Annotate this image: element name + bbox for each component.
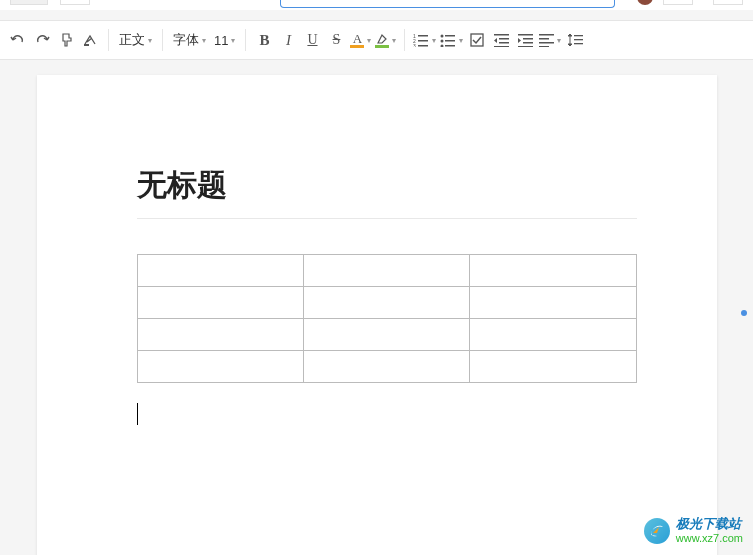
table-row[interactable] bbox=[137, 351, 636, 383]
svg-rect-22 bbox=[539, 34, 554, 36]
watermark: 极光下载站 www.xz7.com bbox=[644, 516, 743, 545]
text-cursor bbox=[137, 403, 138, 425]
paragraph-style-label: 正文 bbox=[119, 31, 145, 49]
table-cell[interactable] bbox=[470, 351, 636, 383]
underline-button[interactable]: U bbox=[300, 26, 324, 54]
chevron-down-icon: ▾ bbox=[459, 36, 463, 45]
chevron-down-icon: ▾ bbox=[148, 36, 152, 45]
table-cell[interactable] bbox=[303, 287, 469, 319]
svg-rect-27 bbox=[574, 39, 583, 40]
strikethrough-button[interactable]: S bbox=[324, 26, 348, 54]
unordered-list-button[interactable]: ▾ bbox=[438, 26, 465, 54]
indent-button[interactable] bbox=[513, 26, 537, 54]
table-row[interactable] bbox=[137, 287, 636, 319]
chevron-down-icon: ▾ bbox=[432, 36, 436, 45]
watermark-text: 极光下载站 www.xz7.com bbox=[676, 516, 743, 545]
svg-rect-6 bbox=[418, 45, 428, 47]
svg-rect-12 bbox=[445, 45, 455, 47]
clear-format-button[interactable] bbox=[78, 26, 102, 54]
table-cell[interactable] bbox=[303, 255, 469, 287]
table-cell[interactable] bbox=[137, 287, 303, 319]
outdent-button[interactable] bbox=[489, 26, 513, 54]
svg-rect-17 bbox=[494, 46, 509, 47]
highlight-color-button[interactable]: ▾ bbox=[373, 26, 398, 54]
svg-rect-24 bbox=[539, 42, 554, 44]
ordered-list-button[interactable]: 123 ▾ bbox=[411, 26, 438, 54]
italic-button[interactable]: I bbox=[276, 26, 300, 54]
header-button-left[interactable] bbox=[10, 0, 48, 5]
table-row[interactable] bbox=[137, 255, 636, 287]
svg-rect-28 bbox=[574, 43, 583, 44]
search-input[interactable] bbox=[280, 0, 615, 8]
chevron-down-icon: ▾ bbox=[367, 36, 371, 45]
table-cell[interactable] bbox=[137, 255, 303, 287]
redo-button[interactable] bbox=[30, 26, 54, 54]
font-color-button[interactable]: A ▾ bbox=[348, 26, 373, 54]
font-family-label: 字体 bbox=[173, 31, 199, 49]
svg-point-11 bbox=[441, 45, 444, 48]
header-button-left2[interactable] bbox=[60, 0, 90, 5]
document-title[interactable]: 无标题 bbox=[137, 165, 637, 219]
side-indicator-dot[interactable] bbox=[741, 310, 747, 316]
table-row[interactable] bbox=[137, 319, 636, 351]
font-family-select[interactable]: 字体 ▾ bbox=[169, 26, 210, 54]
svg-rect-4 bbox=[418, 40, 428, 42]
table-cell[interactable] bbox=[470, 255, 636, 287]
svg-rect-10 bbox=[445, 40, 455, 42]
svg-rect-23 bbox=[539, 38, 549, 40]
table-cell[interactable] bbox=[303, 319, 469, 351]
toolbar-separator bbox=[108, 29, 109, 51]
table-cell[interactable] bbox=[470, 319, 636, 351]
svg-rect-16 bbox=[499, 42, 509, 44]
paragraph-style-select[interactable]: 正文 ▾ bbox=[115, 26, 156, 54]
bold-button[interactable]: B bbox=[252, 26, 276, 54]
toolbar-separator bbox=[162, 29, 163, 51]
document-page[interactable]: 无标题 bbox=[37, 75, 717, 555]
svg-rect-26 bbox=[574, 35, 583, 36]
watermark-line1: 极光下载站 bbox=[676, 516, 743, 532]
svg-point-7 bbox=[441, 35, 444, 38]
chevron-down-icon: ▾ bbox=[392, 36, 396, 45]
format-painter-button[interactable] bbox=[54, 26, 78, 54]
chevron-down-icon: ▾ bbox=[202, 36, 206, 45]
avatar[interactable] bbox=[637, 0, 653, 5]
line-spacing-button[interactable] bbox=[563, 26, 587, 54]
svg-rect-21 bbox=[518, 46, 533, 47]
svg-rect-2 bbox=[418, 35, 428, 37]
header-button-right2[interactable] bbox=[713, 0, 743, 5]
align-button[interactable]: ▾ bbox=[537, 26, 563, 54]
checklist-button[interactable] bbox=[465, 26, 489, 54]
header-button-right[interactable] bbox=[663, 0, 693, 5]
svg-rect-20 bbox=[523, 42, 533, 44]
svg-rect-19 bbox=[523, 38, 533, 40]
chevron-down-icon: ▾ bbox=[557, 36, 561, 45]
svg-rect-0 bbox=[84, 44, 89, 46]
svg-point-9 bbox=[441, 40, 444, 43]
svg-rect-14 bbox=[494, 34, 509, 36]
toolbar-separator bbox=[245, 29, 246, 51]
table-cell[interactable] bbox=[137, 351, 303, 383]
svg-rect-13 bbox=[471, 34, 483, 46]
table-cell[interactable] bbox=[303, 351, 469, 383]
font-size-select[interactable]: 11 ▾ bbox=[210, 26, 239, 54]
svg-rect-15 bbox=[499, 38, 509, 40]
svg-text:3: 3 bbox=[413, 43, 416, 47]
watermark-line2: www.xz7.com bbox=[676, 532, 743, 545]
svg-rect-25 bbox=[539, 46, 549, 47]
document-table[interactable] bbox=[137, 254, 637, 383]
table-cell[interactable] bbox=[137, 319, 303, 351]
undo-button[interactable] bbox=[6, 26, 30, 54]
font-size-label: 11 bbox=[214, 33, 228, 48]
document-canvas[interactable]: 无标题 bbox=[0, 60, 753, 555]
table-cell[interactable] bbox=[470, 287, 636, 319]
toolbar-separator bbox=[404, 29, 405, 51]
svg-rect-18 bbox=[518, 34, 533, 36]
chevron-down-icon: ▾ bbox=[231, 36, 235, 45]
formatting-toolbar: 正文 ▾ 字体 ▾ 11 ▾ B I U S A ▾ ▾ 123 ▾ ▾ bbox=[0, 20, 753, 60]
watermark-icon bbox=[644, 518, 670, 544]
svg-rect-8 bbox=[445, 35, 455, 37]
app-header-partial bbox=[0, 0, 753, 10]
